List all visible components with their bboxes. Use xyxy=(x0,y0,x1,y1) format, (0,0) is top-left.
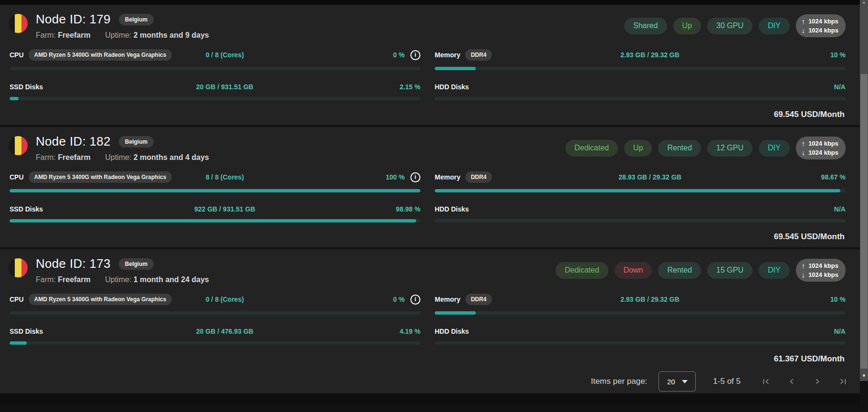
chevron-right-icon xyxy=(812,376,823,387)
hdd-usage-percent: N/A xyxy=(834,205,846,213)
cpu-stat: CPU AMD Ryzen 5 3400G with Radeon Vega G… xyxy=(10,171,420,192)
hdd-stat: HDD Disks N/A xyxy=(435,327,846,345)
ssd-progress-bar xyxy=(10,97,420,100)
status-badge: Dedicated xyxy=(555,262,608,279)
status-badges: SharedUp30 GPUDIY ↑1024 kbps ↓1024 kbps xyxy=(624,12,846,37)
scrollbar-thumb[interactable] xyxy=(860,74,868,369)
info-icon[interactable]: i xyxy=(410,50,420,60)
node-title: Node ID: 179 xyxy=(36,12,111,27)
cpu-usage-value: 0 / 8 (Cores) xyxy=(159,51,290,59)
status-badge: DIY xyxy=(759,262,790,279)
ssd-label: SSD Disks xyxy=(10,205,43,213)
last-page-button[interactable] xyxy=(838,376,848,387)
memory-type-chip: DDR4 xyxy=(465,294,492,305)
country-badge: Belgium xyxy=(119,14,154,25)
hdd-progress-bar xyxy=(435,97,846,100)
cpu-stat: CPU AMD Ryzen 5 3400G with Radeon Vega G… xyxy=(10,294,420,315)
first-page-button[interactable] xyxy=(761,376,771,387)
memory-label: Memory xyxy=(435,51,460,59)
farm-label: Farm: xyxy=(36,153,56,161)
cpu-progress-bar xyxy=(10,189,420,192)
uptime-value: 1 month and 24 days xyxy=(134,275,209,284)
ssd-usage-percent: 2.15 % xyxy=(399,83,420,91)
status-badge: Rented xyxy=(658,140,701,157)
status-badge: Dedicated xyxy=(565,140,618,157)
farm-label: Farm: xyxy=(36,31,56,39)
download-speed: 1024 kbps xyxy=(808,149,838,156)
cpu-usage-percent: 100 % xyxy=(386,173,405,181)
memory-stat: Memory DDR4 2.93 GB / 29.32 GB 10 % xyxy=(435,49,846,70)
belgium-flag-icon xyxy=(9,136,28,155)
network-speed-badge: ↑1024 kbps ↓1024 kbps xyxy=(796,14,846,37)
belgium-flag-icon xyxy=(9,258,28,277)
uptime-label: Uptime: xyxy=(105,275,131,284)
status-badge: Rented xyxy=(658,262,701,279)
ssd-usage-value: 20 GB / 931.51 GB xyxy=(159,83,290,91)
memory-progress-bar xyxy=(435,189,846,192)
status-badge: DIY xyxy=(759,18,790,34)
node-meta: Farm: Freefarm Uptime: 2 months and 9 da… xyxy=(36,31,209,40)
uptime-label: Uptime: xyxy=(105,31,131,39)
first-page-icon xyxy=(761,376,771,387)
pagination-bar: Items per page: 20 1-5 of 5 xyxy=(0,370,860,393)
download-speed: 1024 kbps xyxy=(808,271,838,278)
belgium-flag-icon xyxy=(9,14,28,33)
node-title: Node ID: 173 xyxy=(36,256,111,271)
network-speed-badge: ↑1024 kbps ↓1024 kbps xyxy=(796,137,846,159)
farm-name: Freefarm xyxy=(58,31,90,39)
hdd-label: HDD Disks xyxy=(435,205,469,213)
previous-page-button[interactable] xyxy=(786,376,797,387)
scroll-up-icon[interactable]: ▲ xyxy=(860,0,868,5)
memory-progress-bar xyxy=(435,67,846,70)
page-range-label: 1-5 of 5 xyxy=(713,377,741,386)
memory-stat: Memory DDR4 2.93 GB / 29.32 GB 10 % xyxy=(435,294,846,315)
top-bar xyxy=(0,0,868,5)
node-card[interactable]: Node ID: 182 Belgium Farm: Freefarm Upti… xyxy=(0,127,860,247)
download-arrow-icon: ↓ xyxy=(802,26,805,34)
ssd-progress-bar xyxy=(10,219,420,222)
status-badges: DedicatedDownRented15 GPUDIY ↑1024 kbps … xyxy=(555,256,846,282)
node-meta: Farm: Freefarm Uptime: 1 month and 24 da… xyxy=(36,275,209,284)
items-per-page-label: Items per page: xyxy=(591,377,647,386)
farm-name: Freefarm xyxy=(58,153,90,161)
price-per-month: 61.367 USD/Month xyxy=(774,354,845,363)
items-per-page-select[interactable]: 20 xyxy=(659,371,696,391)
uptime-value: 2 months and 9 days xyxy=(134,31,209,39)
ssd-usage-value: 20 GB / 476.93 GB xyxy=(159,327,290,335)
price-per-month: 69.545 USD/Month xyxy=(774,232,845,241)
country-badge: Belgium xyxy=(119,258,154,270)
cpu-usage-percent: 0 % xyxy=(393,51,405,59)
select-caret-icon xyxy=(682,380,688,383)
node-card[interactable]: Node ID: 179 Belgium Farm: Freefarm Upti… xyxy=(0,5,860,125)
scroll-down-icon[interactable]: ▼ xyxy=(860,373,868,378)
scrollbar[interactable]: ▼ xyxy=(860,5,868,381)
hdd-stat: HDD Disks N/A xyxy=(435,205,846,222)
cpu-usage-percent: 0 % xyxy=(393,296,405,303)
ssd-usage-percent: 4.19 % xyxy=(399,327,420,335)
upload-arrow-icon: ↑ xyxy=(802,17,805,25)
status-badge: Down xyxy=(615,262,652,279)
upload-arrow-icon: ↑ xyxy=(802,262,805,270)
memory-type-chip: DDR4 xyxy=(465,49,492,61)
status-badge: 30 GPU xyxy=(707,18,753,34)
ssd-label: SSD Disks xyxy=(10,83,43,91)
price-per-month: 69.545 USD/Month xyxy=(774,110,845,119)
cpu-progress-bar xyxy=(10,67,420,70)
last-page-icon xyxy=(838,376,848,387)
info-icon[interactable]: i xyxy=(410,172,420,182)
cpu-model-chip: AMD Ryzen 5 3400G with Radeon Vega Graph… xyxy=(29,49,172,61)
memory-usage-percent: 10 % xyxy=(830,51,846,59)
cpu-stat: CPU AMD Ryzen 5 3400G with Radeon Vega G… xyxy=(10,49,420,70)
farm-name: Freefarm xyxy=(58,275,90,284)
country-badge: Belgium xyxy=(119,136,154,148)
info-icon[interactable]: i xyxy=(410,295,420,305)
node-list: Node ID: 179 Belgium Farm: Freefarm Upti… xyxy=(0,5,860,404)
bottom-bar xyxy=(0,393,860,404)
node-card[interactable]: Node ID: 173 Belgium Farm: Freefarm Upti… xyxy=(0,249,860,370)
next-page-button[interactable] xyxy=(812,376,823,387)
status-badge: Up xyxy=(624,140,652,157)
cpu-label: CPU xyxy=(10,296,24,303)
node-title: Node ID: 182 xyxy=(36,134,111,149)
hdd-usage-percent: N/A xyxy=(834,83,846,91)
memory-progress-bar xyxy=(435,311,846,315)
